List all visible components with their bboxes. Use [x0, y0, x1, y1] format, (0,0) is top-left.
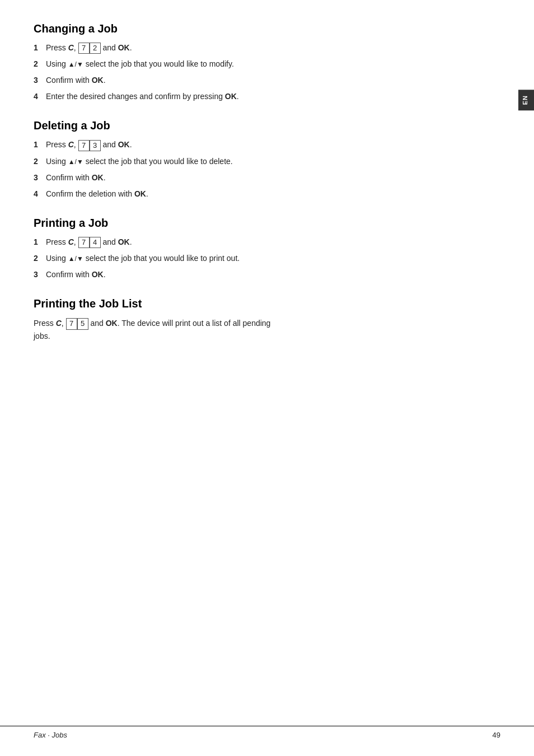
section-heading-printing-job-list: Printing the Job List	[34, 297, 500, 310]
list-item: 4Enter the desired changes and confirm b…	[34, 91, 500, 102]
list-content: Confirm with OK.	[46, 269, 292, 281]
list-item: 4Confirm the deletion with OK.	[34, 188, 500, 200]
page-footer: Fax · Jobs 49	[0, 726, 534, 739]
list-content: Press C, 74 and OK.	[46, 236, 292, 248]
numbered-list-changing-job: 1Press C, 72 and OK.2Using ▲/▼ select th…	[34, 42, 500, 102]
numbered-list-deleting-job: 1Press C, 73 and OK.2Using ▲/▼ select th…	[34, 139, 500, 199]
side-tab-label: EN	[522, 95, 528, 105]
list-number: 2	[34, 156, 46, 167]
list-item: 1Press C, 72 and OK.	[34, 42, 500, 54]
list-content: Confirm the deletion with OK.	[46, 188, 292, 200]
list-content: Using ▲/▼ select the job that you would …	[46, 253, 292, 264]
section-heading-deleting-job: Deleting a Job	[34, 119, 500, 132]
list-number: 3	[34, 269, 46, 281]
side-tab: EN	[518, 90, 534, 110]
list-number: 2	[34, 58, 46, 70]
list-item: 3Confirm with OK.	[34, 269, 500, 281]
list-item: 1Press C, 74 and OK.	[34, 236, 500, 248]
list-item: 3Confirm with OK.	[34, 74, 500, 86]
list-item: 2Using ▲/▼ select the job that you would…	[34, 58, 500, 70]
list-item: 2Using ▲/▼ select the job that you would…	[34, 253, 500, 264]
list-content: Using ▲/▼ select the job that you would …	[46, 58, 292, 70]
list-item: 2Using ▲/▼ select the job that you would…	[34, 156, 500, 167]
footer-left: Fax · Jobs	[34, 731, 67, 739]
list-number: 3	[34, 74, 46, 86]
list-number: 4	[34, 188, 46, 200]
sections-container: Changing a Job1Press C, 72 and OK.2Using…	[34, 22, 500, 342]
list-number: 1	[34, 42, 46, 54]
list-number: 2	[34, 253, 46, 264]
numbered-list-printing-job: 1Press C, 74 and OK.2Using ▲/▼ select th…	[34, 236, 500, 281]
list-number: 3	[34, 172, 46, 184]
list-item: 3Confirm with OK.	[34, 172, 500, 184]
list-item: 1Press C, 73 and OK.	[34, 139, 500, 151]
list-content: Press C, 73 and OK.	[46, 139, 292, 151]
page-container: EN Changing a Job1Press C, 72 and OK.2Us…	[0, 0, 534, 756]
list-number: 1	[34, 236, 46, 248]
list-number: 4	[34, 91, 46, 102]
section-heading-printing-job: Printing a Job	[34, 217, 500, 230]
section-heading-changing-job: Changing a Job	[34, 22, 500, 35]
list-number: 1	[34, 139, 46, 151]
list-content: Confirm with OK.	[46, 172, 292, 184]
section-para-printing-job-list: Press C, 75 and OK. The device will prin…	[34, 317, 285, 342]
list-content: Press C, 72 and OK.	[46, 42, 292, 54]
list-content: Enter the desired changes and confirm by…	[46, 91, 292, 102]
footer-right: 49	[493, 731, 500, 739]
list-content: Confirm with OK.	[46, 74, 292, 86]
list-content: Using ▲/▼ select the job that you would …	[46, 156, 292, 167]
